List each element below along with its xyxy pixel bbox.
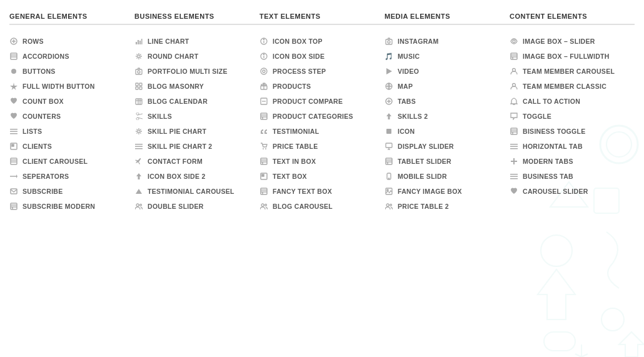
- svg-point-45: [140, 204, 142, 206]
- menu-item-icon-box-top[interactable]: ICON BOX TOP: [259, 34, 385, 49]
- menu-item-call-to-action[interactable]: CALL TO ACTION: [510, 94, 635, 109]
- label-portfolio-multi-size: PORTFOLIO MULTI SIZE: [148, 68, 228, 75]
- menu-item-portfolio-multi-size[interactable]: PORTFOLIO MULTI SIZE: [134, 64, 259, 79]
- menu-item-products[interactable]: PRODUCTS: [259, 79, 385, 94]
- menu-item-round-chart[interactable]: ROUND CHART: [134, 49, 259, 64]
- svg-point-48: [263, 39, 264, 39]
- menu-item-subscribe-modern[interactable]: SUBSCRIBE MODERN: [9, 199, 134, 214]
- menu-item-process-step[interactable]: PROCESS STEP: [259, 64, 385, 79]
- menu-item-buttons[interactable]: BUTTONS: [9, 64, 134, 79]
- menu-item-double-slider[interactable]: DOUBLE SLIDER: [134, 199, 259, 214]
- menu-item-fancy-image-box[interactable]: FANCY IMAGE BOX: [385, 184, 510, 199]
- svg-rect-115: [510, 174, 518, 175]
- menu-item-toggle[interactable]: TOGGLE: [510, 109, 635, 124]
- menu-item-tabs[interactable]: TABS: [385, 94, 510, 109]
- icon-icon-box-side-2: [134, 172, 143, 181]
- menu-item-lists[interactable]: LISTS: [9, 124, 134, 139]
- menu-item-fancy-text-box[interactable]: FANCY TEXT BOX: [259, 184, 385, 199]
- svg-marker-7: [10, 83, 18, 90]
- menu-item-instagram[interactable]: INSTAGRAM: [385, 34, 510, 49]
- menu-item-client-carousel[interactable]: CLIENT CAROUSEL: [9, 154, 134, 169]
- label-music: MUSIC: [398, 53, 420, 60]
- svg-rect-31: [139, 83, 142, 86]
- label-testimonial: TESTIMONIAL: [273, 128, 319, 135]
- menu-item-product-compare[interactable]: PRODUCT COMPARE: [259, 94, 385, 109]
- menu-item-tablet-slider[interactable]: TABLET SLIDER: [385, 154, 510, 169]
- menu-item-contact-form[interactable]: CONTACT FORM: [134, 154, 259, 169]
- label-double-slider: DOUBLE SLIDER: [148, 203, 204, 210]
- menu-item-clients[interactable]: CLIENTS: [9, 139, 134, 154]
- icon-subscribe: [9, 187, 18, 196]
- menu-item-mobile-slidr[interactable]: MOBILE SLIDR: [385, 169, 510, 184]
- label-blog-masonry: BLOG MASONRY: [148, 83, 204, 90]
- menu-item-bisiness-toggle[interactable]: BISINESS TOGGLE: [510, 124, 635, 139]
- menu-item-blog-carousel[interactable]: BLOG CAROUSEL: [259, 199, 385, 214]
- svg-point-75: [261, 204, 264, 206]
- icon-lists: [9, 127, 18, 136]
- menu-item-price-table[interactable]: PRICE TABLE: [259, 139, 385, 154]
- menu-item-testimonial[interactable]: TESTIMONIAL: [259, 124, 385, 139]
- icon-tablet-slider: [385, 157, 393, 166]
- menu-item-counters[interactable]: COUNTERS: [9, 109, 134, 124]
- menu-item-skill-pie-chart-2[interactable]: SKILL PIE CHART 2: [134, 139, 259, 154]
- icon-seperators: [9, 172, 18, 181]
- menu-item-subscribe[interactable]: SUBSCRIBE: [9, 184, 134, 199]
- icon-map: [385, 82, 393, 91]
- menu-item-accordions[interactable]: ACCORDIONS: [9, 49, 134, 64]
- svg-marker-126: [619, 332, 644, 357]
- label-carousel-slider: CAROUSEL SLIDER: [523, 188, 588, 195]
- icon-video: [385, 67, 393, 76]
- svg-rect-110: [510, 144, 518, 145]
- menu-item-text-box[interactable]: TEXT BOX: [259, 169, 385, 184]
- svg-rect-125: [544, 332, 575, 351]
- menu-item-skill-pie-chart[interactable]: SKILL PIE CHART: [134, 124, 259, 139]
- menu-item-product-categories[interactable]: PRODUCT CATEGORIES: [259, 109, 385, 124]
- icon-price-table-2: [385, 202, 393, 211]
- menu-item-image-box-fullwidth[interactable]: IMAGE BOX – FULLWIDTH: [510, 49, 635, 64]
- menu-item-carousel-slider[interactable]: CAROUSEL SLIDER: [510, 184, 635, 199]
- icon-accordions: [9, 52, 18, 61]
- icon-buttons: [9, 67, 18, 76]
- menu-item-display-slider[interactable]: DISPLAY SLIDER: [385, 139, 510, 154]
- menu-item-price-table-2[interactable]: PRICE TABLE 2: [385, 199, 510, 214]
- menu-item-music[interactable]: 🎵MUSIC: [385, 49, 510, 64]
- svg-rect-30: [136, 83, 138, 86]
- menu-item-video[interactable]: VIDEO: [385, 64, 510, 79]
- svg-point-96: [387, 189, 388, 191]
- menu-item-rows[interactable]: ROWS: [9, 34, 134, 49]
- menu-item-blog-calendar[interactable]: BLOG CALENDAR: [134, 94, 259, 109]
- menu-item-icon-box-side[interactable]: ICON BOX SIDE: [259, 49, 385, 64]
- menu-item-modern-tabs[interactable]: MODERN TABS: [510, 154, 635, 169]
- label-process-step: PROCESS STEP: [273, 68, 326, 75]
- menu-item-team-member-carousel[interactable]: TEAM MEMBER CAROUSEL: [510, 64, 635, 79]
- menu-item-icon-box-side-2[interactable]: ICON BOX SIDE 2: [134, 169, 259, 184]
- menu-item-map[interactable]: MAP: [385, 79, 510, 94]
- menu-item-testimonial-carousel[interactable]: TESTIMONIAL CAROUSEL: [134, 184, 259, 199]
- column-header-content: CONTENT ELEMENTS: [510, 13, 635, 25]
- label-products: PRODUCTS: [273, 83, 311, 90]
- menu-item-seperators[interactable]: SEPERATORS: [9, 169, 134, 184]
- menu-item-skills-2[interactable]: SKILLS 2: [385, 109, 510, 124]
- menu-item-image-box-slider[interactable]: IMAGE BOX – SLIDER: [510, 34, 635, 49]
- menu-item-full-width-button[interactable]: FULL WIDTH BUTTON: [9, 79, 134, 94]
- menu-item-icon[interactable]: ICON: [385, 124, 510, 139]
- svg-rect-13: [11, 158, 17, 164]
- svg-rect-3: [11, 53, 17, 59]
- menu-item-count-box[interactable]: COUNT BOX: [9, 94, 134, 109]
- icon-process-step: [259, 67, 268, 76]
- menu-item-line-chart[interactable]: LINE CHART: [134, 34, 259, 49]
- svg-rect-70: [262, 174, 264, 176]
- menu-item-skills[interactable]: SKILLS: [134, 109, 259, 124]
- label-subscribe-modern: SUBSCRIBE MODERN: [23, 203, 95, 210]
- menu-item-business-tab[interactable]: BUSINESS TAB: [510, 169, 635, 184]
- icon-team-member-carousel: [510, 67, 518, 76]
- svg-point-29: [138, 71, 140, 73]
- icon-text-in-box: [259, 157, 268, 166]
- menu-item-team-member-classic[interactable]: TEAM MEMBER CLASSIC: [510, 79, 635, 94]
- menu-item-blog-masonry[interactable]: BLOG MASONRY: [134, 79, 259, 94]
- menu-item-text-in-box[interactable]: TEXT IN BOX: [259, 154, 385, 169]
- menu-item-horizontal-tab[interactable]: HORIZONTAL TAB: [510, 139, 635, 154]
- icon-skills-2: [385, 112, 393, 121]
- icon-fancy-text-box: [259, 187, 268, 196]
- svg-rect-59: [261, 113, 267, 119]
